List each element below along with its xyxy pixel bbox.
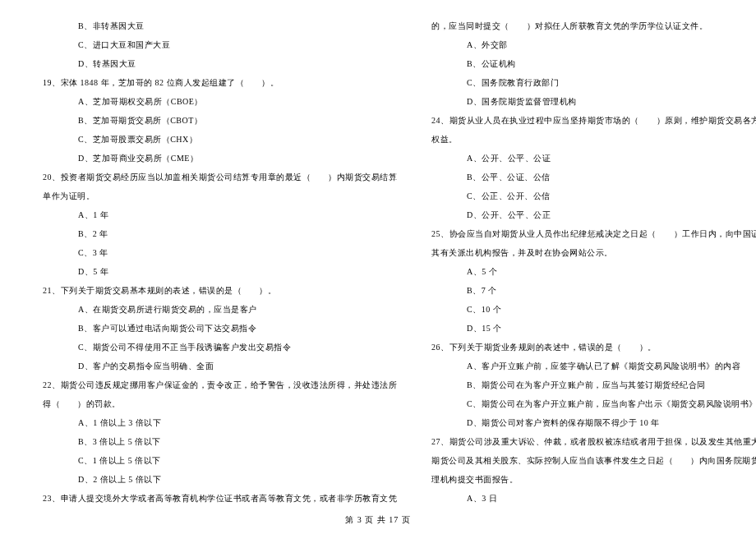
q24-option-b: B、公平、公证、公信 — [422, 168, 756, 186]
q25-stem-line1: 25、协会应当自对期货从业人员作出纪律惩戒决定之日起（ ）工作日内，向中国证监会… — [422, 224, 756, 243]
q19-option-c: C、芝加哥股票交易所（CHX） — [33, 130, 397, 149]
q19-stem: 19、宋体 1848 年，芝加哥的 82 位商人发起组建了（ ）。 — [33, 73, 397, 92]
q20-option-c: C、3 年 — [33, 243, 397, 262]
q21-option-a: A、在期货交易所进行期货交易的，应当是客户 — [33, 300, 397, 319]
q24-stem-line1: 24、期货从业人员在执业过程中应当坚持期货市场的（ ）原则，维护期货交易各方的合… — [422, 111, 756, 130]
q23-option-c: C、国务院教育行政部门 — [422, 73, 756, 92]
q20-option-b: B、2 年 — [33, 224, 397, 243]
q27-stem-line3: 理机构提交书面报告。 — [422, 470, 756, 489]
q25-stem-line2: 其有关派出机构报告，并及时在协会网站公示。 — [422, 243, 756, 262]
q22-option-a: A、1 倍以上 3 倍以下 — [33, 413, 397, 432]
q25-option-b: B、7 个 — [422, 281, 756, 300]
q25-option-d: D、15 个 — [422, 319, 756, 338]
q20-option-d: D、5 年 — [33, 262, 397, 281]
q21-stem: 21、下列关于期货交易基本规则的表述，错误的是（ ）。 — [33, 281, 397, 300]
q27-stem-line2: 期货公司及其相关股东、实际控制人应当自该事件发生之日起（ ）内向国务院期货监督管 — [422, 451, 756, 470]
q19-option-a: A、芝加哥期权交易所（CBOE） — [33, 92, 397, 111]
q20-stem-line2: 单作为证明。 — [33, 186, 397, 205]
q20-option-a: A、1 年 — [33, 205, 397, 224]
page-footer: 第 3 页 共 17 页 — [0, 514, 756, 526]
q22-option-d: D、2 倍以上 5 倍以下 — [33, 470, 397, 489]
q27-stem-line1: 27、期货公司涉及重大诉讼、仲裁，或者股权被冻结或者用于担保，以及发生其他重大事… — [422, 432, 756, 451]
q21-option-b: B、客户可以通过电话向期货公司下达交易指令 — [33, 319, 397, 338]
q22-stem-line2: 得（ ）的罚款。 — [33, 394, 397, 413]
q24-option-a: A、公开、公平、公证 — [422, 149, 756, 168]
q19-option-d: D、芝加哥商业交易所（CME） — [33, 149, 397, 168]
right-column: 的，应当同时提交（ ）对拟任人所获教育文凭的学历学位认证文件。 A、外交部 B、… — [422, 16, 756, 505]
q18-option-d: D、转基因大豆 — [33, 54, 397, 73]
q22-option-b: B、3 倍以上 5 倍以下 — [33, 432, 397, 451]
q23-stem: 23、申请人提交境外大学或者高等教育机构学位证书或者高等教育文凭，或者非学历教育… — [33, 489, 397, 508]
q18-option-b: B、非转基因大豆 — [33, 16, 397, 35]
q26-option-c: C、期货公司在为客户开立账户前，应当向客户出示《期货交易风险说明书》 — [422, 394, 756, 413]
q23-stem-cont: 的，应当同时提交（ ）对拟任人所获教育文凭的学历学位认证文件。 — [422, 16, 756, 35]
q25-option-c: C、10 个 — [422, 300, 756, 319]
q18-option-c: C、进口大豆和国产大豆 — [33, 35, 397, 54]
q26-option-d: D、期货公司对客户资料的保存期限不得少于 10 年 — [422, 413, 756, 432]
q27-option-a: A、3 日 — [422, 489, 756, 508]
q26-option-a: A、客户开立账户前，应签字确认已了解《期货交易风险说明书》的内容 — [422, 357, 756, 375]
q26-stem: 26、下列关于期货业务规则的表述中，错误的是（ ）。 — [422, 338, 756, 357]
q23-option-a: A、外交部 — [422, 35, 756, 54]
q22-stem-line1: 22、期货公司违反规定挪用客户保证金的，责令改正，给予警告，没收违法所得，并处违… — [33, 375, 397, 394]
q24-stem-line2: 权益。 — [422, 130, 756, 149]
q21-option-c: C、期货公司不得使用不正当手段诱骗客户发出交易指令 — [33, 338, 397, 357]
q21-option-d: D、客户的交易指令应当明确、全面 — [33, 357, 397, 375]
q24-option-d: D、公开、公平、公正 — [422, 205, 756, 224]
left-column: B、非转基因大豆 C、进口大豆和国产大豆 D、转基因大豆 19、宋体 1848 … — [33, 16, 397, 505]
q26-option-b: B、期货公司在为客户开立账户前，应当与其签订期货经纪合同 — [422, 375, 756, 394]
q23-option-d: D、国务院期货监督管理机构 — [422, 92, 756, 111]
q24-option-c: C、公正、公开、公信 — [422, 186, 756, 205]
q23-option-b: B、公证机构 — [422, 54, 756, 73]
page-content: B、非转基因大豆 C、进口大豆和国产大豆 D、转基因大豆 19、宋体 1848 … — [33, 16, 723, 505]
q25-option-a: A、5 个 — [422, 262, 756, 281]
q19-option-b: B、芝加哥期货交易所（CBOT） — [33, 111, 397, 130]
q20-stem-line1: 20、投资者期货交易经历应当以加盖相关期货公司结算专用章的最近（ ）内期货交易结… — [33, 168, 397, 186]
q22-option-c: C、1 倍以上 5 倍以下 — [33, 451, 397, 470]
